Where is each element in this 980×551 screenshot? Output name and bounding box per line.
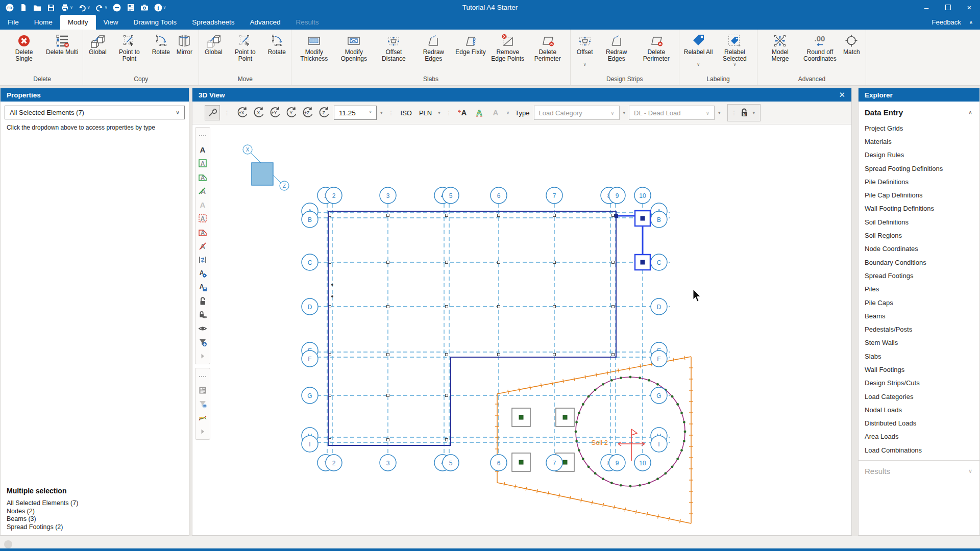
selection-item[interactable]: All Selected Elements (7): [7, 499, 178, 508]
point-to-point-button[interactable]: Point to Point: [225, 31, 265, 63]
tab-results[interactable]: Results: [288, 15, 326, 30]
rotate-button[interactable]: Rotate: [149, 31, 173, 63]
explorer-item-pile-definitions[interactable]: Pile Definitions: [859, 175, 979, 188]
open-folder-icon[interactable]: [33, 3, 42, 12]
drawing-canvas[interactable]: Soil 21212334545667789891010ABABCCDDEFEF…: [192, 124, 851, 535]
edge-fixity-button[interactable]: Edge Fixity: [453, 31, 487, 63]
a-check-icon[interactable]: A: [196, 184, 209, 197]
tab-modify[interactable]: Modify: [60, 15, 96, 30]
a-gear-icon[interactable]: A: [196, 266, 209, 280]
label-dropdown-icon[interactable]: ∨: [505, 110, 511, 115]
modify-openings-button[interactable]: Modify Openings: [334, 31, 374, 63]
delete-perimeter-button[interactable]: Delete Perimeter: [636, 31, 676, 63]
camera-icon[interactable]: [140, 3, 149, 12]
a-icon[interactable]: A: [196, 142, 209, 156]
a-green-box-icon[interactable]: A: [196, 156, 209, 170]
rotate-z-button[interactable]: +Z: [299, 105, 315, 121]
report-icon[interactable]: [126, 3, 135, 12]
explorer-item-materials[interactable]: Materials: [859, 135, 979, 148]
element-type-dropdown[interactable]: All Selected Elements (7) ∨: [5, 106, 185, 119]
explorer-item-pile-cap-definitions[interactable]: Pile Cap Definitions: [859, 188, 979, 202]
arrow-r-icon[interactable]: [196, 349, 209, 363]
tab-file[interactable]: File: [0, 15, 27, 30]
selection-item[interactable]: Nodes (2): [7, 508, 178, 516]
arrow-r-icon[interactable]: [196, 424, 209, 438]
explorer-item-node-coordinates[interactable]: Node Coordinates: [859, 242, 979, 256]
rotation-angle-input[interactable]: 11.25 °: [334, 106, 377, 120]
load-category-dropdown[interactable]: Load Category ∨: [534, 106, 620, 120]
filter-list-icon[interactable]: [196, 397, 209, 411]
global-button[interactable]: Global: [86, 31, 109, 63]
report-icon[interactable]: [196, 383, 209, 397]
selection-item[interactable]: Beams (3): [7, 515, 178, 523]
explorer-item-spread-footings[interactable]: Spread Footings: [859, 269, 979, 282]
minimize-button[interactable]: –: [916, 0, 937, 15]
feedback-link[interactable]: Feedback: [932, 18, 961, 26]
rotate-button[interactable]: Rotate: [265, 31, 288, 63]
explorer-item-boundary-conditions[interactable]: Boundary Conditions: [859, 256, 979, 269]
rotate-x-button[interactable]: +X: [234, 105, 250, 121]
model-merge-button[interactable]: Model Merge: [760, 31, 800, 63]
explorer-item-stem-walls[interactable]: Stem Walls: [859, 336, 979, 349]
delete-multi-button[interactable]: Delete Multi: [44, 31, 80, 63]
plan-view-button[interactable]: PLN: [416, 109, 434, 117]
offset-distance-button[interactable]: Offset Distance: [374, 31, 413, 63]
close-view-icon[interactable]: ✕: [839, 90, 845, 99]
info-icon[interactable]: i∨: [154, 3, 166, 12]
lock-tool-group[interactable]: ⋮ N ▾: [727, 104, 761, 121]
view-mode-dropdown-icon[interactable]: ▾: [436, 110, 442, 115]
explorer-item-soil-definitions[interactable]: Soil Definitions: [859, 215, 979, 229]
selection-item[interactable]: Spread Footings (2): [7, 523, 178, 532]
explorer-item-slabs[interactable]: Slabs: [859, 349, 979, 363]
explorer-item-load-categories[interactable]: Load Categories: [859, 390, 979, 403]
eye-icon[interactable]: [196, 321, 209, 335]
explorer-item-wall-footing-definitions[interactable]: Wall Footing Definitions: [859, 202, 979, 215]
redraw-edges-button[interactable]: Redraw Edges: [413, 31, 453, 63]
tab-drawing-tools[interactable]: Drawing Tools: [126, 15, 185, 30]
delete-perimeter-button[interactable]: Delete Perimeter: [528, 31, 568, 63]
load-case-dropdown[interactable]: DL - Dead Load ∨: [629, 106, 715, 120]
explorer-item-wall-footings[interactable]: Wall Footings: [859, 363, 979, 376]
explorer-item-soil-regions[interactable]: Soil Regions: [859, 229, 979, 242]
iso-view-button[interactable]: ISO: [398, 109, 414, 117]
redraw-edges-button[interactable]: Redraw Edges: [597, 31, 636, 63]
new-file-icon[interactable]: [19, 3, 28, 12]
close-button[interactable]: ×: [959, 0, 980, 15]
point-to-point-button[interactable]: Point to Point: [109, 31, 149, 63]
rotate-z-button[interactable]: -Z: [315, 105, 332, 121]
a-gray-icon[interactable]: A: [196, 197, 209, 211]
relabel-all-button[interactable]: Relabel All∨: [682, 31, 715, 67]
rotate-y-button[interactable]: +Y: [266, 105, 283, 121]
angle-dropdown-icon[interactable]: ▾: [379, 110, 384, 115]
print-icon[interactable]: ∨: [60, 3, 73, 12]
results-section-header[interactable]: Results ∨: [859, 461, 979, 475]
mirror-button[interactable]: Mirror: [173, 31, 196, 63]
a-red-poly-icon[interactable]: A: [196, 225, 209, 239]
explorer-item-spread-footing-definitions[interactable]: Spread Footing Definitions: [859, 162, 979, 175]
unlock-icon[interactable]: [196, 294, 209, 308]
explorer-item-area-loads[interactable]: Area Loads: [859, 430, 979, 443]
lock-eye-icon[interactable]: [196, 308, 209, 321]
collapse-ribbon-icon[interactable]: ∧: [969, 19, 973, 25]
match-button[interactable]: Match: [840, 31, 863, 63]
maximize-button[interactable]: [937, 0, 959, 15]
save-icon[interactable]: [46, 3, 56, 12]
undo-icon[interactable]: ∨: [78, 3, 90, 12]
global-button[interactable]: Global: [202, 31, 225, 63]
minus-circle-icon[interactable]: [112, 3, 121, 12]
explorer-item-distributed-loads[interactable]: Distributed Loads: [859, 417, 979, 430]
rotate-y-button[interactable]: -Y: [283, 105, 299, 121]
data-entry-section-header[interactable]: Data Entry ∧: [859, 102, 979, 121]
a-save-icon[interactable]: A: [196, 280, 209, 294]
tab-view[interactable]: View: [96, 15, 126, 30]
load-category-more-icon[interactable]: ▾: [622, 110, 627, 115]
explorer-item-pedestals-posts[interactable]: Pedestals/Posts: [859, 322, 979, 336]
tab-advanced[interactable]: Advanced: [242, 15, 288, 30]
tab-spreadsheets[interactable]: Spreadsheets: [184, 15, 242, 30]
relabel-selected-button[interactable]: Relabel Selected∨: [715, 31, 754, 67]
rotate-x-button[interactable]: -X: [250, 105, 266, 121]
delete-single-button[interactable]: Delete Single: [4, 31, 44, 63]
label-off-button[interactable]: A: [488, 105, 503, 120]
tab-home[interactable]: Home: [27, 15, 60, 30]
fd-logo-icon[interactable]: FD: [5, 3, 14, 12]
